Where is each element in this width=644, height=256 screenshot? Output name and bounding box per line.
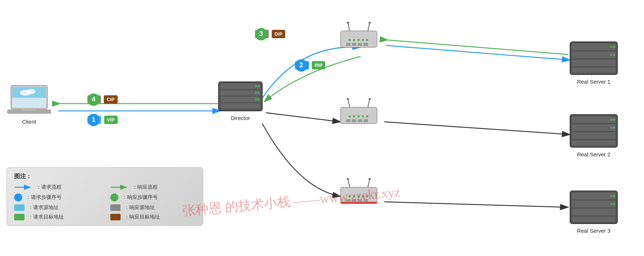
svg-rect-76 [572,60,616,66]
rect-brown-icon [110,214,121,220]
svg-line-7 [388,40,568,55]
svg-point-33 [347,22,349,24]
tag-vip-1: VIP [104,116,118,124]
legend-request-src: ：请求源地址 [14,204,99,211]
svg-point-79 [613,46,615,48]
arrow-green-icon [110,185,129,190]
director-server-icon [217,80,264,113]
director-label: Director [231,115,250,121]
svg-line-10 [384,202,568,207]
legend-request-dst: ：请求目标地址 [14,214,99,220]
badge-1: 1 [87,114,100,126]
rs2-node: Real Server 2 [568,113,619,157]
rect-green-icon [14,214,24,220]
circle-green-icon [110,193,118,201]
svg-point-26 [255,92,257,94]
svg-point-81 [613,54,615,56]
legend-request-step: ：请求步骤序号 [14,193,99,201]
svg-point-27 [258,92,260,94]
svg-rect-94 [572,209,616,215]
svg-rect-23 [220,103,260,109]
svg-rect-72 [364,199,368,202]
svg-point-39 [366,39,368,41]
svg-point-88 [613,119,615,121]
svg-point-29 [258,98,260,100]
svg-point-48 [369,98,371,100]
svg-point-67 [366,195,368,197]
svg-point-62 [369,178,371,180]
svg-point-96 [610,195,612,197]
svg-rect-56 [358,119,362,122]
svg-point-80 [610,54,612,56]
svg-point-37 [357,39,360,41]
svg-point-63 [349,195,351,197]
circle-blue-icon [14,193,22,201]
svg-rect-75 [572,52,616,58]
badge-4: 4 [87,93,100,106]
client-laptop-icon [7,84,51,116]
legend-response-step: ：响应步骤序号 [110,193,196,201]
svg-point-25 [258,85,260,87]
legend-response-flow: ：响应流程 [110,184,196,191]
svg-point-24 [255,85,257,87]
router3-node [339,178,379,207]
legend-request-flow: ：请求流程 [14,184,99,191]
svg-rect-21 [220,90,260,96]
svg-rect-70 [352,199,356,202]
legend-response-src: ：响应源地址 [110,204,196,211]
svg-line-46 [368,99,370,107]
svg-point-34 [369,22,371,24]
badge-3: 3 [255,28,267,40]
svg-point-35 [349,39,351,41]
svg-point-89 [610,127,612,129]
svg-rect-16 [12,98,46,108]
svg-point-51 [357,115,360,117]
director-node: Director [217,80,264,121]
client-label: Client [22,119,36,125]
svg-point-53 [366,115,368,117]
router2-node [339,98,379,127]
svg-line-60 [368,179,370,187]
tag-dip-3: DiP [272,30,286,38]
svg-rect-69 [346,199,350,202]
arrow-blue-icon [14,185,32,190]
rect-gray-icon [110,204,121,211]
svg-point-90 [613,127,615,129]
svg-line-9 [384,122,570,135]
svg-rect-92 [572,193,616,199]
step3-group: 3 RIP DiP [255,30,285,38]
svg-rect-42 [358,43,362,46]
svg-point-50 [353,115,355,117]
svg-rect-86 [572,140,616,145]
svg-rect-14 [22,109,36,111]
legend-box: 图注： ：请求流程 ：响应 [7,167,203,226]
svg-point-61 [347,178,349,180]
svg-rect-71 [358,199,362,202]
rs1-node: Real Server 1 [568,40,619,85]
svg-rect-41 [352,43,356,46]
svg-rect-93 [572,201,616,207]
legend-response-dst: ：响应目标地址 [110,214,196,220]
tag-rip-2: RIP [312,61,326,69]
svg-point-36 [353,39,355,41]
svg-line-6 [386,45,570,60]
svg-rect-85 [572,132,616,139]
svg-rect-77 [572,68,616,73]
rs2-server-icon [568,113,619,149]
svg-rect-54 [346,119,350,122]
svg-point-87 [610,119,612,121]
rs3-server-icon [568,189,619,225]
svg-point-99 [613,203,615,205]
rect-cyan-icon [14,204,24,211]
svg-line-32 [368,23,370,31]
svg-rect-57 [364,119,368,122]
svg-line-8 [266,113,341,122]
svg-line-31 [348,23,350,31]
svg-rect-43 [364,43,368,46]
rs3-label: Real Server 3 [577,228,610,234]
svg-rect-40 [346,43,350,46]
tag-cip-4: CIP [104,95,118,104]
client-node: Client [7,84,51,125]
svg-point-52 [362,115,364,117]
svg-point-66 [362,195,364,197]
